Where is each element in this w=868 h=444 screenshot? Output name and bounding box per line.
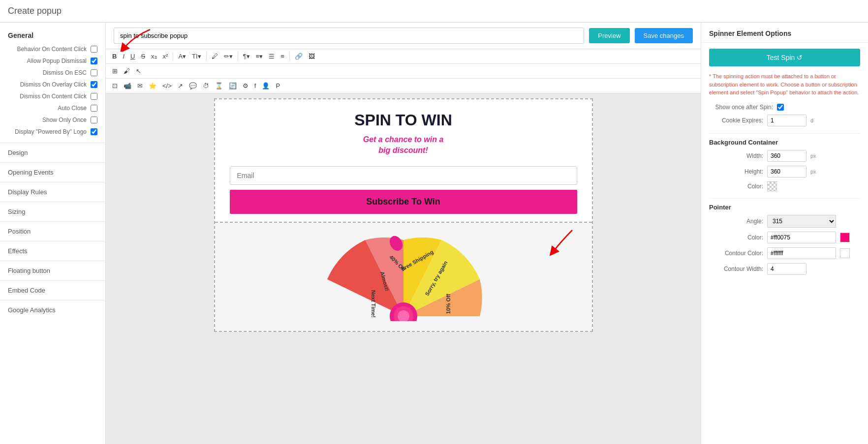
page-header: Create popup xyxy=(0,0,868,23)
spinner-note: * The spinning action must be attached t… xyxy=(709,72,860,97)
layout-btn[interactable]: ⊡ xyxy=(110,81,120,91)
paypal-btn[interactable]: P xyxy=(273,81,282,91)
pointer-color-swatch[interactable] xyxy=(840,233,850,242)
hourglass-btn[interactable]: ⌛ xyxy=(213,81,225,91)
width-unit: px xyxy=(810,153,816,159)
behavior-content-click-checkbox[interactable] xyxy=(91,46,97,53)
auto-close-checkbox[interactable] xyxy=(91,105,97,112)
underline-btn[interactable]: U xyxy=(128,51,137,61)
contour-color-swatch[interactable] xyxy=(840,248,850,258)
sidebar-dismiss-esc: Dismiss On ESC xyxy=(0,67,105,79)
allow-dismissal-checkbox[interactable] xyxy=(91,58,97,64)
show-only-once-checkbox[interactable] xyxy=(91,117,97,123)
popup-top-section: SPIN TO WIN Get a chance to win abig dis… xyxy=(215,99,592,223)
angle-label: Angle: xyxy=(709,218,763,225)
test-spin-button[interactable]: Test Spin ↺ xyxy=(709,49,860,66)
facebook-btn[interactable]: f xyxy=(252,81,259,91)
contour-width-row: Contour Width: xyxy=(709,263,860,275)
text-color-btn[interactable]: 🖊 xyxy=(209,51,220,61)
sidebar-dismiss-content: Dismiss On Content Click xyxy=(0,90,105,102)
sidebar-item-position[interactable]: Position xyxy=(0,221,105,241)
dismiss-esc-label: Dismiss On ESC xyxy=(4,69,87,76)
sidebar-item-floating-button[interactable]: Floating button xyxy=(0,261,105,280)
canvas-area: SPIN TO WIN Get a chance to win abig dis… xyxy=(106,93,701,444)
right-panel: Spinner Element Options Test Spin ↺ * Th… xyxy=(701,23,868,444)
list-ordered-btn[interactable]: ☰ xyxy=(266,51,277,61)
sidebar: General Behavior On Content Click Allow … xyxy=(0,23,106,444)
center-panel: Preview Save changes B I U S x₂ x² A▾ TI… xyxy=(106,23,701,444)
subscribe-button[interactable]: Subscribe To Win xyxy=(230,190,577,214)
sidebar-item-effects[interactable]: Effects xyxy=(0,241,105,261)
powered-by-checkbox[interactable] xyxy=(91,128,97,135)
editor-toolbar-row2: ⊞ 🖌 ↖ xyxy=(106,64,701,79)
sidebar-powered-by: Display "Powered By" Logo xyxy=(0,126,105,138)
pointer-color-input[interactable] xyxy=(767,232,836,243)
dismiss-esc-checkbox[interactable] xyxy=(91,69,97,76)
font-color-btn[interactable]: A▾ xyxy=(176,51,188,61)
star-btn[interactable]: ⭐ xyxy=(146,81,159,91)
wheel-btn[interactable]: ⚙ xyxy=(240,81,251,91)
svg-text:Next Time!: Next Time! xyxy=(371,290,376,318)
spinner-btn[interactable]: 🔄 xyxy=(226,81,239,91)
cookie-unit: d xyxy=(810,118,813,123)
angle-select[interactable]: 315 0 45 90 135 180 225 270 xyxy=(767,215,836,228)
link-btn[interactable]: 🔗 xyxy=(292,51,305,61)
sidebar-item-display-rules[interactable]: Display Rules xyxy=(0,182,105,202)
sidebar-item-design[interactable]: Design xyxy=(0,143,105,162)
contour-color-row: Contour Color: xyxy=(709,247,860,259)
countdown-btn[interactable]: ⏱ xyxy=(200,81,212,91)
show-once-label: Show once after Spin: xyxy=(709,104,773,111)
cookie-expires-row: Cookie Expires: d xyxy=(709,115,860,126)
cookie-expires-input[interactable] xyxy=(767,115,806,126)
subscript-btn[interactable]: x₂ xyxy=(149,51,159,61)
email-capture-btn[interactable]: ✉ xyxy=(135,81,145,91)
strikethrough-btn[interactable]: S xyxy=(138,51,148,61)
list-unordered-btn[interactable]: ≡ xyxy=(278,51,287,61)
popup-subtitle: Get a chance to win abig discount! xyxy=(230,134,577,156)
height-input[interactable] xyxy=(767,166,806,178)
cookie-label: Cookie Expires: xyxy=(709,117,763,124)
image-btn[interactable]: 🖼 xyxy=(306,51,317,61)
pointer-color-label: Color: xyxy=(709,234,763,241)
sidebar-item-google-analytics[interactable]: Google Analytics xyxy=(0,300,105,320)
dismiss-overlay-label: Dismiss On Overlay Click xyxy=(4,81,87,88)
popup-name-input[interactable] xyxy=(114,28,584,44)
cursor-btn[interactable]: ↖ xyxy=(133,66,144,76)
table-btn[interactable]: ⊞ xyxy=(110,66,120,76)
sidebar-item-sizing[interactable]: Sizing xyxy=(0,202,105,221)
width-input[interactable] xyxy=(767,150,806,162)
video-btn[interactable]: 📹 xyxy=(121,81,134,91)
share-btn[interactable]: ↗ xyxy=(175,81,186,91)
contour-color-input[interactable] xyxy=(767,247,836,259)
superscript-btn[interactable]: x² xyxy=(160,51,171,61)
italic-btn[interactable]: I xyxy=(120,51,127,61)
pointer-title: Pointer xyxy=(709,198,860,211)
sidebar-item-opening-events[interactable]: Opening Events xyxy=(0,162,105,182)
paragraph-btn[interactable]: ¶▾ xyxy=(241,51,252,61)
highlight-btn[interactable]: ✏▾ xyxy=(221,51,235,61)
contour-width-label: Contour Width: xyxy=(709,266,763,272)
separator2 xyxy=(206,52,207,61)
align-btn[interactable]: ≡▾ xyxy=(253,51,266,61)
dismiss-content-checkbox[interactable] xyxy=(91,93,97,100)
preview-button[interactable]: Preview xyxy=(589,28,629,43)
font-size-btn[interactable]: TI▾ xyxy=(189,51,204,61)
bg-color-swatch[interactable] xyxy=(767,181,777,191)
brush-btn[interactable]: 🖌 xyxy=(121,66,132,76)
show-once-checkbox[interactable] xyxy=(777,104,784,111)
contour-width-input[interactable] xyxy=(767,263,806,275)
save-button[interactable]: Save changes xyxy=(635,28,693,43)
person-btn[interactable]: 👤 xyxy=(259,81,272,91)
sidebar-general-section: General Behavior On Content Click Allow … xyxy=(0,23,105,143)
dismiss-overlay-checkbox[interactable] xyxy=(91,81,97,88)
sidebar-general-title: General xyxy=(0,28,105,43)
angle-row: Angle: 315 0 45 90 135 180 225 270 xyxy=(709,215,860,228)
width-row: Width: px xyxy=(709,150,860,162)
bg-container-title: Background Container xyxy=(709,133,860,146)
code-btn[interactable]: </> xyxy=(160,81,174,91)
popup-email-input[interactable] xyxy=(230,166,577,185)
pointer-color-row: Color: xyxy=(709,232,860,243)
sidebar-item-embed-code[interactable]: Embed Code xyxy=(0,280,105,300)
chat-btn[interactable]: 💬 xyxy=(186,81,199,91)
bold-btn[interactable]: B xyxy=(110,51,119,61)
